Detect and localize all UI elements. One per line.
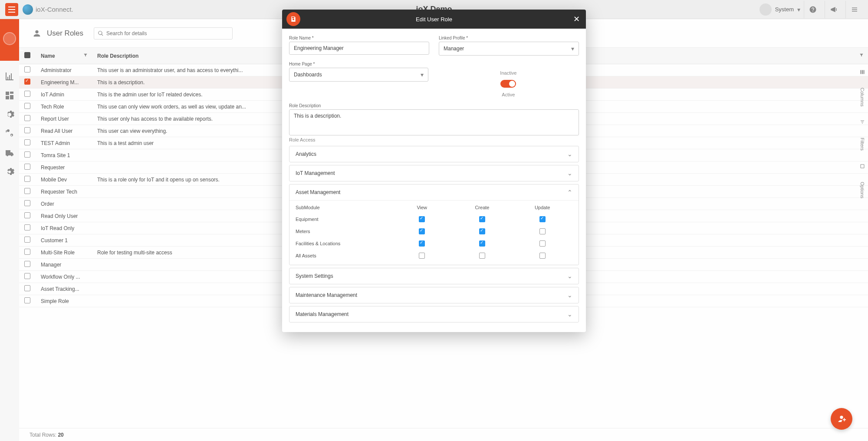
perm-update-checkbox[interactable]: [539, 228, 546, 234]
edit-role-modal: Edit User Role ✕ Role Name * Linked Prof…: [282, 10, 586, 332]
save-icon: [290, 16, 297, 23]
perm-create-checkbox[interactable]: [479, 228, 485, 234]
chevron-down-icon: ⌄: [567, 292, 572, 299]
perm-create-checkbox[interactable]: [479, 253, 485, 259]
role-desc-label: Role Description: [289, 103, 579, 108]
accordion-iot[interactable]: IoT Management⌄: [289, 165, 579, 181]
role-access-label: Role Access: [289, 137, 579, 142]
perm-update-checkbox[interactable]: [539, 216, 546, 222]
chevron-down-icon: ▾: [421, 71, 424, 78]
perm-view-checkbox[interactable]: [419, 240, 425, 247]
role-name-input[interactable]: [289, 42, 429, 55]
maint-section-label: Maintenance Management: [296, 292, 357, 298]
system-section-label: System Settings: [296, 273, 333, 279]
perm-view-checkbox[interactable]: [419, 228, 425, 234]
modal-overlay: Edit User Role ✕ Role Name * Linked Prof…: [0, 0, 868, 441]
perm-update-checkbox[interactable]: [539, 253, 546, 259]
perm-header-submodule: SubModule: [296, 205, 392, 210]
perm-row-label: Meters: [296, 229, 392, 234]
save-button[interactable]: [286, 12, 300, 26]
perm-row-label: All Assets: [296, 253, 392, 258]
linked-profile-select[interactable]: Manager ▾: [439, 42, 579, 56]
perm-row-label: Facilities & Locations: [296, 241, 392, 246]
close-button[interactable]: ✕: [572, 15, 581, 23]
perm-header-create: Create: [452, 205, 513, 210]
chevron-up-icon: ⌃: [567, 189, 572, 196]
chevron-down-icon: ⌄: [567, 311, 572, 318]
analytics-section-label: Analytics: [296, 151, 316, 157]
linked-profile-label: Linked Profile *: [439, 36, 579, 40]
active-label: Active: [502, 92, 515, 97]
perm-header-view: View: [392, 205, 452, 210]
accordion-maint[interactable]: Maintenance Management⌄: [289, 287, 579, 303]
home-page-label: Home Page *: [289, 62, 428, 66]
active-toggle[interactable]: [500, 80, 516, 88]
modal-header: Edit User Role ✕: [282, 10, 586, 29]
home-page-value: Dashboards: [294, 72, 322, 78]
accordion-analytics[interactable]: Analytics⌄: [289, 146, 579, 162]
chevron-down-icon: ⌄: [567, 151, 572, 158]
perm-create-checkbox[interactable]: [479, 240, 485, 247]
perm-view-checkbox[interactable]: [419, 216, 425, 222]
perm-create-checkbox[interactable]: [479, 216, 485, 222]
perm-row-label: Equipment: [296, 217, 392, 222]
inactive-label: Inactive: [500, 70, 516, 76]
role-desc-textarea[interactable]: [289, 109, 579, 135]
perm-update-checkbox[interactable]: [539, 240, 546, 247]
materials-section-label: Materials Management: [296, 311, 349, 317]
perm-view-checkbox[interactable]: [419, 253, 425, 259]
chevron-down-icon: ▾: [571, 45, 574, 52]
asset-section-header[interactable]: Asset Management⌃: [289, 184, 579, 200]
iot-section-label: IoT Management: [296, 170, 335, 176]
role-name-label: Role Name *: [289, 36, 429, 40]
accordion-materials[interactable]: Materials Management⌄: [289, 306, 579, 323]
modal-title: Edit User Role: [416, 16, 452, 23]
perm-header-update: Update: [512, 205, 572, 210]
home-page-select[interactable]: Dashboards ▾: [289, 68, 428, 82]
linked-profile-value: Manager: [444, 46, 464, 52]
close-icon: ✕: [573, 14, 580, 24]
chevron-down-icon: ⌄: [567, 170, 572, 177]
accordion-asset: Asset Management⌃ SubModuleViewCreateUpd…: [289, 184, 579, 265]
asset-section-label: Asset Management: [296, 189, 340, 195]
accordion-system[interactable]: System Settings⌄: [289, 268, 579, 284]
chevron-down-icon: ⌄: [567, 273, 572, 280]
